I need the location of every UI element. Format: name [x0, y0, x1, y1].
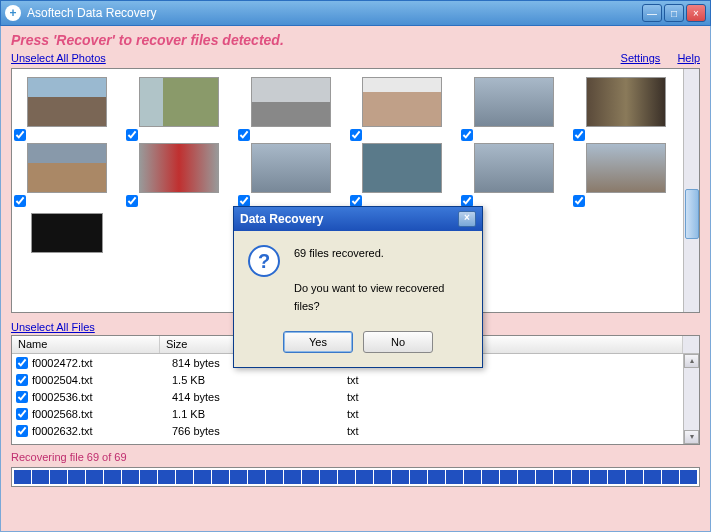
photo-checkbox[interactable]	[461, 129, 473, 141]
photo-checkbox[interactable]	[350, 129, 362, 141]
dialog-text: 69 files recovered. Do you want to view …	[294, 245, 468, 315]
progress-segment	[644, 470, 661, 484]
cell-ext: txt	[347, 408, 699, 420]
progress-segment	[248, 470, 265, 484]
no-button[interactable]: No	[363, 331, 433, 353]
progress-segment	[176, 470, 193, 484]
progress-segment	[50, 470, 67, 484]
photo-thumbnail[interactable]	[352, 143, 454, 193]
photo-checkbox[interactable]	[126, 195, 138, 207]
file-checkbox[interactable]	[16, 425, 28, 437]
photo-checkbox[interactable]	[573, 129, 585, 141]
progress-segment	[428, 470, 445, 484]
progress-segment	[212, 470, 229, 484]
file-checkbox[interactable]	[16, 374, 28, 386]
photo-thumbnail[interactable]	[16, 143, 118, 193]
progress-segment	[68, 470, 85, 484]
photo-checkbox[interactable]	[14, 129, 26, 141]
file-checkbox[interactable]	[16, 408, 28, 420]
minimize-button[interactable]: —	[642, 4, 662, 22]
photo-scrollbar[interactable]	[683, 69, 699, 312]
col-scroll-spacer	[683, 336, 699, 353]
cell-name: f0002504.txt	[32, 374, 172, 386]
cell-size: 1.1 KB	[172, 408, 347, 420]
col-name[interactable]: Name	[12, 336, 160, 353]
progress-segment	[158, 470, 175, 484]
app-icon	[5, 5, 21, 21]
dialog-title: Data Recovery	[240, 212, 323, 226]
progress-segment	[86, 470, 103, 484]
main-content: Press 'Recover' to recover files detecte…	[0, 26, 711, 532]
app-title: Asoftech Data Recovery	[27, 6, 642, 20]
question-icon: ?	[248, 245, 280, 277]
progress-segment	[500, 470, 517, 484]
progress-segment	[266, 470, 283, 484]
photo-thumbnail[interactable]	[240, 77, 342, 127]
table-row[interactable]: f0002632.txt766 bytestxt	[12, 422, 699, 439]
photo-checkbox[interactable]	[238, 129, 250, 141]
progress-segment	[518, 470, 535, 484]
photo-checkbox[interactable]	[14, 195, 26, 207]
photo-thumbnail[interactable]	[240, 143, 342, 193]
progress-segment	[230, 470, 247, 484]
dialog-line1: 69 files recovered.	[294, 245, 468, 263]
photo-thumbnail[interactable]	[575, 143, 677, 193]
progress-segment	[356, 470, 373, 484]
cell-name: f0002568.txt	[32, 408, 172, 420]
progress-segment	[572, 470, 589, 484]
scroll-down-icon[interactable]: ▾	[684, 430, 699, 444]
cell-size: 414 bytes	[172, 391, 347, 403]
progress-segment	[662, 470, 679, 484]
photo-thumbnail[interactable]	[128, 143, 230, 193]
cell-size: 766 bytes	[172, 425, 347, 437]
progress-segment	[104, 470, 121, 484]
unselect-all-photos-link[interactable]: Unselect All Photos	[11, 52, 106, 64]
photo-checkbox[interactable]	[573, 195, 585, 207]
top-link-row: Unselect All Photos Settings Help	[11, 52, 700, 64]
table-scrollbar[interactable]: ▴ ▾	[683, 354, 699, 444]
instruction-text: Press 'Recover' to recover files detecte…	[11, 32, 700, 48]
progress-segment	[302, 470, 319, 484]
progress-segment	[482, 470, 499, 484]
dialog-titlebar: Data Recovery ×	[234, 207, 482, 231]
progress-segment	[554, 470, 571, 484]
dialog-line2: Do you want to view recovered files?	[294, 280, 468, 315]
close-button[interactable]: ×	[686, 4, 706, 22]
photo-thumbnail[interactable]	[463, 143, 565, 193]
file-checkbox[interactable]	[16, 357, 28, 369]
file-checkbox[interactable]	[16, 391, 28, 403]
progress-bar	[11, 467, 700, 487]
photo-thumbnail[interactable]	[16, 77, 118, 127]
table-row[interactable]: f0002536.txt414 bytestxt	[12, 388, 699, 405]
progress-segment	[284, 470, 301, 484]
photo-thumbnail[interactable]	[352, 77, 454, 127]
progress-segment	[32, 470, 49, 484]
progress-segment	[338, 470, 355, 484]
progress-segment	[14, 470, 31, 484]
progress-segment	[536, 470, 553, 484]
maximize-button[interactable]: □	[664, 4, 684, 22]
progress-segment	[410, 470, 427, 484]
window-buttons: — □ ×	[642, 4, 706, 22]
titlebar: Asoftech Data Recovery — □ ×	[0, 0, 711, 26]
cell-name: f0002536.txt	[32, 391, 172, 403]
recovery-dialog: Data Recovery × ? 69 files recovered. Do…	[233, 206, 483, 368]
photo-thumbnail[interactable]	[16, 209, 118, 253]
photo-thumbnail[interactable]	[463, 77, 565, 127]
table-row[interactable]: f0002568.txt1.1 KBtxt	[12, 405, 699, 422]
photo-checkbox[interactable]	[126, 129, 138, 141]
progress-segment	[194, 470, 211, 484]
photo-thumbnail[interactable]	[128, 77, 230, 127]
scroll-up-icon[interactable]: ▴	[684, 354, 699, 368]
help-link[interactable]: Help	[677, 52, 700, 64]
yes-button[interactable]: Yes	[283, 331, 353, 353]
unselect-all-files-link[interactable]: Unselect All Files	[11, 321, 95, 333]
table-row[interactable]: f0002504.txt1.5 KBtxt	[12, 371, 699, 388]
settings-link[interactable]: Settings	[621, 52, 661, 64]
photo-thumbnail[interactable]	[575, 77, 677, 127]
dialog-close-button[interactable]: ×	[458, 211, 476, 227]
progress-segment	[320, 470, 337, 484]
progress-segment	[464, 470, 481, 484]
progress-segment	[392, 470, 409, 484]
status-text: Recovering file 69 of 69	[11, 451, 700, 463]
